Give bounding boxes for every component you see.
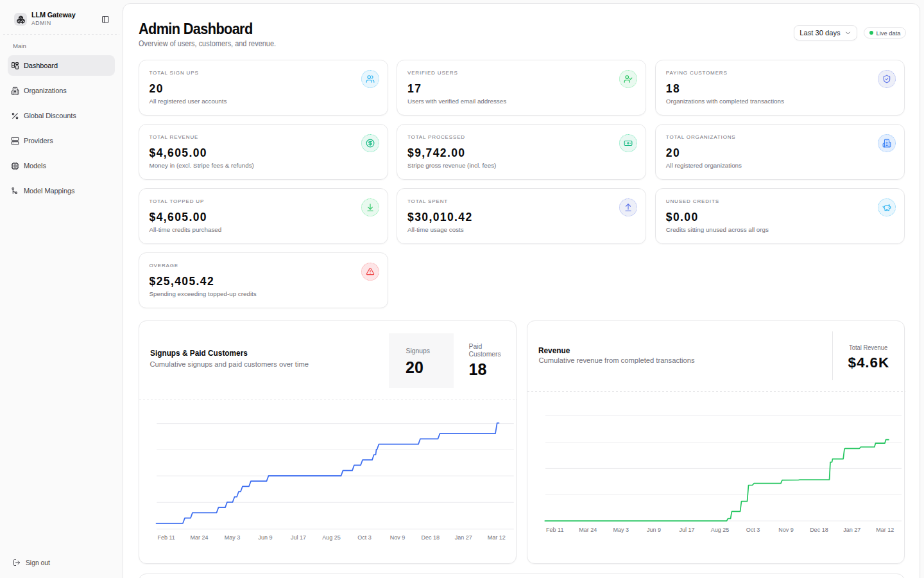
svg-text:Oct 3: Oct 3 (746, 527, 760, 533)
svg-text:May 3: May 3 (613, 527, 629, 533)
svg-text:Dec 18: Dec 18 (810, 527, 828, 533)
svg-text:Mar 24: Mar 24 (190, 534, 208, 541)
svg-text:Jul 17: Jul 17 (679, 527, 694, 533)
svg-text:Dec 18: Dec 18 (421, 534, 440, 541)
svg-text:May 3: May 3 (224, 534, 240, 541)
svg-text:Jul 17: Jul 17 (290, 534, 305, 541)
svg-text:Jun 9: Jun 9 (258, 534, 272, 541)
svg-text:Feb 11: Feb 11 (546, 527, 563, 533)
svg-text:Aug 25: Aug 25 (322, 534, 341, 541)
svg-text:Mar 12: Mar 12 (876, 527, 894, 533)
svg-text:Jan 27: Jan 27 (843, 527, 860, 533)
svg-text:Oct 3: Oct 3 (357, 534, 372, 541)
svg-text:Jun 9: Jun 9 (647, 527, 661, 533)
svg-text:Jan 27: Jan 27 (454, 534, 472, 541)
svg-text:Mar 12: Mar 12 (487, 534, 505, 541)
svg-text:Feb 11: Feb 11 (157, 534, 175, 541)
svg-text:Nov 9: Nov 9 (778, 527, 794, 533)
svg-text:Mar 24: Mar 24 (579, 527, 597, 533)
svg-text:Aug 25: Aug 25 (710, 527, 729, 533)
svg-text:Nov 9: Nov 9 (389, 534, 405, 541)
